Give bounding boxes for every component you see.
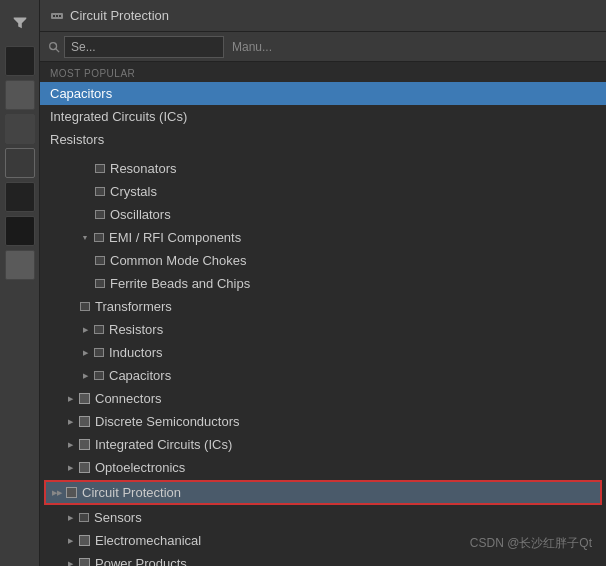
menu-item-crystals[interactable]: Crystals: [40, 180, 606, 203]
category-panel: MOST POPULAR Capacitors Integrated Circu…: [40, 62, 606, 566]
connectors-icon: [79, 393, 90, 404]
capacitors-label: Capacitors: [50, 86, 112, 101]
crystals-icon: [95, 187, 105, 196]
svg-line-5: [56, 48, 59, 51]
search-icon: [48, 41, 60, 53]
svg-rect-2: [56, 15, 58, 17]
menu-item-resistors-popular[interactable]: Resistors: [40, 128, 606, 151]
ferrite-icon: [95, 279, 105, 288]
search-input[interactable]: [64, 36, 224, 58]
opto-icon: [79, 462, 90, 473]
emi-arrow-icon: [80, 233, 90, 243]
titlebar: Circuit Protection: [40, 0, 606, 32]
optoelectronics-label: Optoelectronics: [95, 460, 185, 475]
menu-item-optoelectronics[interactable]: Optoelectronics: [40, 456, 606, 479]
filter-icon: [11, 13, 29, 31]
sensors-icon: [79, 513, 89, 522]
transformers-icon: [80, 302, 90, 311]
transformers-label: Transformers: [95, 299, 172, 314]
menu-item-inductors[interactable]: Inductors: [40, 341, 606, 364]
menu-item-common-mode-chokes[interactable]: Common Mode Chokes: [40, 249, 606, 272]
oscillators-icon: [95, 210, 105, 219]
svg-point-4: [50, 42, 57, 49]
sidebar-thumb-2[interactable]: [5, 80, 35, 110]
resonators-icon: [95, 164, 105, 173]
svg-rect-1: [53, 15, 55, 17]
opto-arrow-icon: [65, 463, 75, 473]
menu-item-integrated-circuits[interactable]: Integrated Circuits (ICs): [40, 105, 606, 128]
electro-arrow-icon: [65, 536, 75, 546]
resistors-tree-label: Resistors: [109, 322, 163, 337]
menu-item-resistors-tree[interactable]: Resistors: [40, 318, 606, 341]
menu-item-electromechanical[interactable]: Electromechanical: [40, 529, 606, 552]
circuit-protection-label: Circuit Protection: [82, 485, 181, 500]
resonators-label: Resonators: [110, 161, 176, 176]
menu-item-capacitors[interactable]: Capacitors: [40, 82, 606, 105]
power-arrow-icon: [65, 559, 75, 567]
inductors-label: Inductors: [109, 345, 162, 360]
emi-label: EMI / RFI Components: [109, 230, 241, 245]
connectors-arrow-icon: [65, 394, 75, 404]
capacitors-arrow-icon: [80, 371, 90, 381]
ic-arrow-icon: [65, 440, 75, 450]
sidebar-filter[interactable]: [2, 4, 38, 40]
sidebar-thumb-7[interactable]: [5, 250, 35, 280]
sidebar-thumb-6[interactable]: [5, 216, 35, 246]
sidebar-thumb-1[interactable]: [5, 46, 35, 76]
menu-item-transformers[interactable]: Transformers: [40, 295, 606, 318]
menu-item-capacitors-tree[interactable]: Capacitors: [40, 364, 606, 387]
integrated-circuits-tree-label: Integrated Circuits (ICs): [95, 437, 232, 452]
menu-item-emi-rfi[interactable]: EMI / RFI Components: [40, 226, 606, 249]
inductors-icon: [94, 348, 104, 357]
inductors-arrow-icon: [80, 348, 90, 358]
discrete-arrow-icon: [65, 417, 75, 427]
circuit-protection-arrow: ▶: [52, 489, 62, 497]
ferrite-beads-label: Ferrite Beads and Chips: [110, 276, 250, 291]
menu-item-power-products[interactable]: Power Products: [40, 552, 606, 566]
crystals-label: Crystals: [110, 184, 157, 199]
sidebar-thumb-4[interactable]: [5, 148, 35, 178]
chokes-icon: [95, 256, 105, 265]
circuit-protection-icon: [66, 487, 77, 498]
resistors-label: Resistors: [50, 132, 104, 147]
sensors-label: Sensors: [94, 510, 142, 525]
manufacturer-label: Manu...: [232, 40, 272, 54]
capacitors-tree-icon: [94, 371, 104, 380]
resistors-arrow-icon: [80, 325, 90, 335]
power-products-label: Power Products: [95, 556, 187, 566]
menu-item-ferrite-beads[interactable]: Ferrite Beads and Chips: [40, 272, 606, 295]
resistors-tree-icon: [94, 325, 104, 334]
titlebar-title: Circuit Protection: [70, 8, 169, 23]
electromechanical-label: Electromechanical: [95, 533, 201, 548]
sidebar: [0, 0, 40, 566]
menu-item-integrated-circuits-tree[interactable]: Integrated Circuits (ICs): [40, 433, 606, 456]
sensors-arrow-icon: [65, 513, 75, 523]
searchbar: Manu...: [40, 32, 606, 62]
menu-item-connectors[interactable]: Connectors: [40, 387, 606, 410]
sidebar-thumb-3[interactable]: [5, 114, 35, 144]
menu-item-circuit-protection[interactable]: ▶ Circuit Protection: [44, 480, 602, 505]
discrete-icon: [79, 416, 90, 427]
menu-item-sensors[interactable]: Sensors: [40, 506, 606, 529]
electro-icon: [79, 535, 90, 546]
integrated-circuits-label: Integrated Circuits (ICs): [50, 109, 187, 124]
oscillators-label: Oscillators: [110, 207, 171, 222]
power-icon: [79, 558, 90, 566]
svg-rect-3: [59, 15, 61, 17]
common-mode-chokes-label: Common Mode Chokes: [110, 253, 247, 268]
emi-icon: [94, 233, 104, 242]
most-popular-label: MOST POPULAR: [40, 62, 606, 82]
menu-item-oscillators[interactable]: Oscillators: [40, 203, 606, 226]
titlebar-component-icon: [50, 9, 64, 23]
discrete-label: Discrete Semiconductors: [95, 414, 240, 429]
menu-item-discrete-semiconductors[interactable]: Discrete Semiconductors: [40, 410, 606, 433]
main-panel: Circuit Protection Manu... MOST POPULAR …: [40, 0, 606, 566]
capacitors-tree-label: Capacitors: [109, 368, 171, 383]
ic-tree-icon: [79, 439, 90, 450]
sidebar-thumb-5[interactable]: [5, 182, 35, 212]
menu-item-resonators[interactable]: Resonators: [40, 157, 606, 180]
connectors-label: Connectors: [95, 391, 161, 406]
